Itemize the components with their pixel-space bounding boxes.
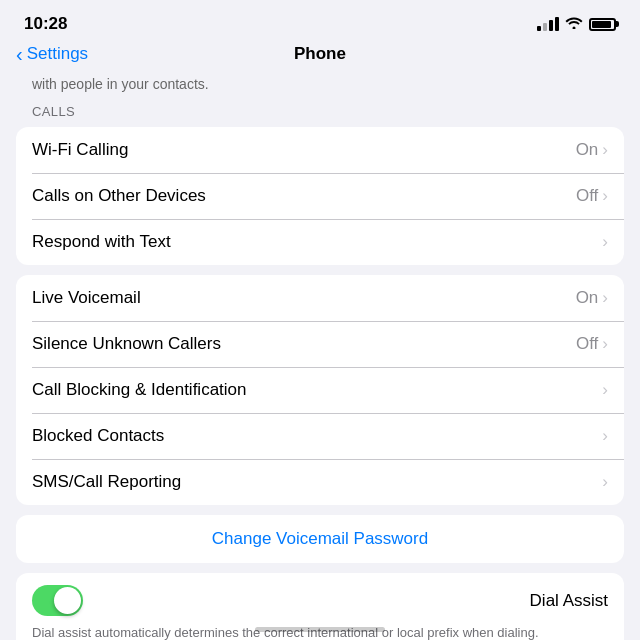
silence-unknown-chevron-icon: › bbox=[602, 334, 608, 354]
calls-other-devices-label: Calls on Other Devices bbox=[32, 186, 576, 206]
status-time: 10:28 bbox=[24, 14, 67, 34]
change-voicemail-card: Change Voicemail Password bbox=[16, 515, 624, 563]
respond-with-text-value-group: › bbox=[598, 232, 608, 252]
live-voicemail-chevron-icon: › bbox=[602, 288, 608, 308]
call-blocking-value-group: › bbox=[602, 380, 608, 400]
calls-card: Wi-Fi Calling On › Calls on Other Device… bbox=[16, 127, 624, 265]
nav-bar: ‹ Settings Phone bbox=[0, 40, 640, 72]
calls-other-devices-row[interactable]: Calls on Other Devices Off › bbox=[16, 173, 624, 219]
sms-call-reporting-chevron-icon: › bbox=[602, 472, 608, 492]
silence-unknown-value: Off bbox=[576, 334, 598, 354]
wifi-icon bbox=[565, 16, 583, 32]
live-voicemail-row[interactable]: Live Voicemail On › bbox=[16, 275, 624, 321]
blocked-contacts-row[interactable]: Blocked Contacts › bbox=[16, 413, 624, 459]
silence-unknown-label: Silence Unknown Callers bbox=[32, 334, 576, 354]
status-bar: 10:28 bbox=[0, 0, 640, 40]
battery-icon bbox=[589, 18, 616, 31]
status-icons bbox=[537, 16, 616, 32]
blocked-contacts-label: Blocked Contacts bbox=[32, 426, 602, 446]
silence-unknown-row[interactable]: Silence Unknown Callers Off › bbox=[16, 321, 624, 367]
toggle-knob bbox=[54, 587, 81, 614]
wifi-calling-value-group: On › bbox=[576, 140, 608, 160]
wifi-calling-row[interactable]: Wi-Fi Calling On › bbox=[16, 127, 624, 173]
back-button[interactable]: ‹ Settings bbox=[16, 44, 88, 64]
dial-assist-toggle[interactable] bbox=[32, 585, 83, 616]
respond-with-text-chevron-icon: › bbox=[602, 232, 608, 252]
calls-other-devices-chevron-icon: › bbox=[602, 186, 608, 206]
blocked-contacts-value-group: › bbox=[602, 426, 608, 446]
silence-unknown-value-group: Off › bbox=[576, 334, 608, 354]
back-chevron-icon: ‹ bbox=[16, 44, 23, 64]
live-voicemail-value: On bbox=[576, 288, 599, 308]
home-indicator bbox=[255, 627, 385, 632]
calls-section-label: CALLS bbox=[0, 98, 640, 123]
calls-other-devices-value-group: Off › bbox=[576, 186, 608, 206]
wifi-calling-value: On bbox=[576, 140, 599, 160]
top-hint-text: with people in your contacts. bbox=[0, 72, 640, 98]
call-blocking-row[interactable]: Call Blocking & Identification › bbox=[16, 367, 624, 413]
dial-assist-title: Dial Assist bbox=[530, 591, 608, 611]
voicemail-card: Live Voicemail On › Silence Unknown Call… bbox=[16, 275, 624, 505]
wifi-calling-label: Wi-Fi Calling bbox=[32, 140, 576, 160]
signal-icon bbox=[537, 17, 559, 31]
live-voicemail-label: Live Voicemail bbox=[32, 288, 576, 308]
dial-assist-row: Dial Assist bbox=[32, 585, 608, 616]
call-blocking-label: Call Blocking & Identification bbox=[32, 380, 602, 400]
back-label: Settings bbox=[27, 44, 88, 64]
change-voicemail-row[interactable]: Change Voicemail Password bbox=[16, 515, 624, 563]
calls-other-devices-value: Off bbox=[576, 186, 598, 206]
call-blocking-chevron-icon: › bbox=[602, 380, 608, 400]
sms-call-reporting-label: SMS/Call Reporting bbox=[32, 472, 602, 492]
respond-with-text-row[interactable]: Respond with Text › bbox=[16, 219, 624, 265]
blocked-contacts-chevron-icon: › bbox=[602, 426, 608, 446]
sms-call-reporting-value-group: › bbox=[602, 472, 608, 492]
page-title: Phone bbox=[294, 44, 346, 64]
change-voicemail-label: Change Voicemail Password bbox=[212, 529, 428, 549]
respond-with-text-label: Respond with Text bbox=[32, 232, 598, 252]
live-voicemail-value-group: On › bbox=[576, 288, 608, 308]
sms-call-reporting-row[interactable]: SMS/Call Reporting › bbox=[16, 459, 624, 505]
wifi-calling-chevron-icon: › bbox=[602, 140, 608, 160]
